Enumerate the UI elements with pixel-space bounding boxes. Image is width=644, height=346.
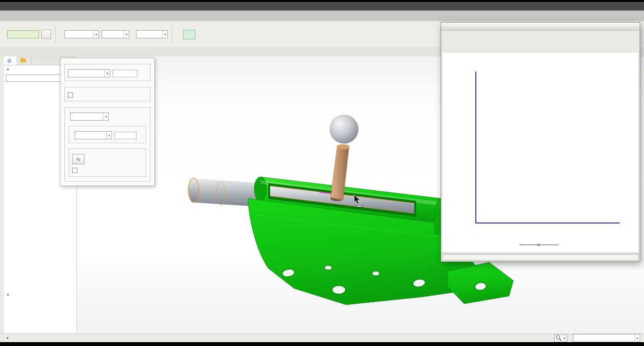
statusbar-right — [554, 334, 640, 342]
collapse-arrow-icon[interactable]: ▾ — [6, 293, 10, 297]
screw-hole[interactable] — [372, 271, 380, 276]
coefficients-group — [69, 126, 146, 143]
coefficient-a-row — [72, 131, 143, 139]
chart-icon: ∿ — [76, 156, 80, 162]
ribbon-tab-row — [0, 11, 644, 21]
coefficient-a-input[interactable] — [74, 131, 112, 139]
function-type-select[interactable] — [70, 112, 109, 121]
tab-folder-browser[interactable] — [17, 56, 32, 65]
model-tree-icon: ▤ — [7, 58, 12, 63]
function-type-row — [68, 112, 147, 121]
titlebar — [0, 2, 644, 11]
function-type-select[interactable] — [136, 30, 168, 38]
mechanism-tree: ▾ — [4, 291, 76, 299]
status-bullet-icon: • — [7, 335, 9, 341]
driven-quantity-row — [68, 69, 147, 77]
graphtool-titlebar[interactable] — [441, 23, 640, 31]
units-select[interactable] — [101, 30, 129, 38]
driven-quantity-group — [64, 64, 150, 81]
chart — [443, 52, 638, 252]
separator — [55, 25, 56, 44]
flip-button[interactable] — [41, 30, 51, 39]
driven-quantity-select[interactable] — [64, 30, 99, 38]
tab-model-tree[interactable]: ▤ — [4, 56, 17, 65]
graph-group: ∿ — [69, 148, 146, 177]
units-field[interactable] — [112, 70, 137, 77]
ok-button[interactable] — [183, 30, 196, 39]
statusbar: • — [0, 334, 644, 342]
separator — [172, 25, 173, 44]
graphtool-toolbar — [441, 40, 640, 51]
cancel-button[interactable] — [198, 30, 208, 39]
screw-hole[interactable] — [332, 285, 346, 294]
graphtool-window — [441, 22, 640, 262]
initial-state-row — [68, 92, 147, 98]
mechanism-mode-select[interactable] — [573, 334, 640, 342]
separate-graphs-row — [72, 168, 85, 173]
magnifier-glyph — [556, 335, 561, 341]
screw-hole[interactable] — [324, 265, 332, 270]
x-tick-labels — [475, 227, 619, 233]
surface-tooltip — [357, 205, 362, 207]
graphtool-statusbar — [441, 253, 640, 261]
motor-function-group: ∿ — [64, 107, 150, 182]
legend-line-sample — [520, 245, 558, 245]
mechanism-tree-header: ▾ — [4, 291, 76, 299]
graph-grid: ∿ — [72, 154, 143, 173]
separate-graphs-checkbox[interactable] — [72, 168, 77, 173]
driven-quantity-select[interactable] — [68, 69, 110, 77]
handle-knob[interactable] — [330, 115, 359, 144]
tree-filter-select[interactable] — [6, 74, 67, 82]
highlight-ring — [337, 145, 349, 149]
selection-filter-button[interactable] — [554, 334, 567, 342]
plot-area[interactable] — [475, 72, 619, 223]
folder-icon — [21, 59, 26, 62]
selected-items-field[interactable] — [7, 30, 39, 38]
units-field[interactable] — [114, 132, 136, 139]
graphtool-status-text — [442, 254, 639, 260]
collapse-arrow-icon[interactable]: ▾ — [6, 67, 10, 72]
profile-details-panel: ∿ — [60, 58, 155, 186]
graphtool-menubar — [441, 31, 640, 40]
graph-button[interactable]: ∿ — [72, 154, 85, 164]
initial-state-group — [64, 87, 150, 101]
y-tick-labels — [443, 72, 472, 223]
use-current-position-checkbox[interactable] — [68, 92, 73, 98]
chart-legend — [443, 245, 638, 245]
screen: ▤ ▾ ⚙ ▥ — [0, 0, 644, 346]
combo-value — [8, 75, 60, 81]
